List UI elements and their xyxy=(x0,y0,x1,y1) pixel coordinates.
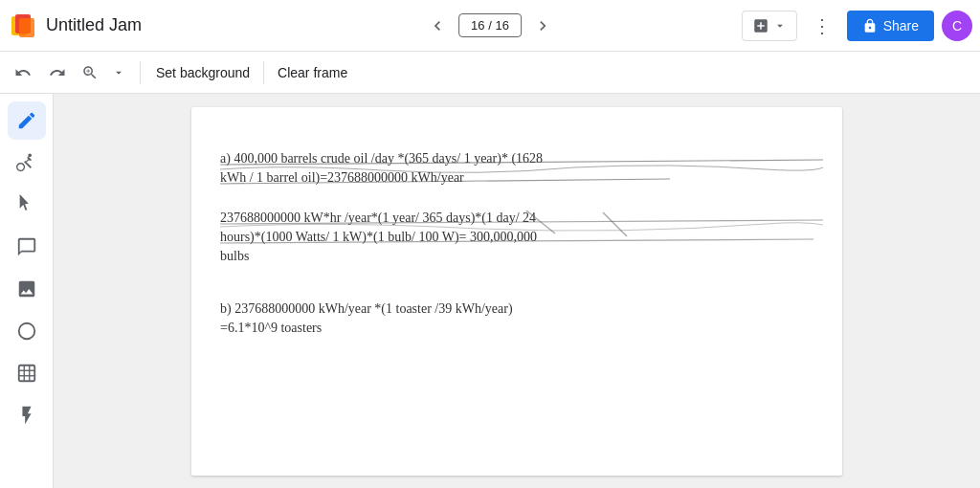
frame-tool-button[interactable] xyxy=(8,354,46,392)
separator-2 xyxy=(263,61,264,84)
comment-tool-button[interactable] xyxy=(8,228,46,266)
separator-1 xyxy=(140,61,141,84)
svg-text:kWh / 1 barrel oil)=2376880000: kWh / 1 barrel oil)=237688000000 kWh/yea… xyxy=(220,170,464,186)
page-indicator[interactable]: 16 / 16 xyxy=(458,13,522,37)
share-button[interactable]: Share xyxy=(847,11,934,41)
svg-line-12 xyxy=(220,179,670,184)
zoom-group xyxy=(77,59,132,86)
svg-text:237688000000 kW*hr /year*(1 ye: 237688000000 kW*hr /year*(1 year/ 365 da… xyxy=(220,211,536,226)
next-page-button[interactable] xyxy=(525,9,560,43)
svg-line-19 xyxy=(603,212,627,236)
canvas-area[interactable]: a) 400,000 barrels crude oil /day *(365 … xyxy=(54,94,980,488)
svg-text:a) 400,000 barrels crude oil /: a) 400,000 barrels crude oil /day *(365 … xyxy=(220,151,543,166)
svg-point-3 xyxy=(18,323,34,340)
image-tool-button[interactable] xyxy=(8,270,46,308)
svg-line-16 xyxy=(220,220,823,224)
set-background-button[interactable]: Set background xyxy=(148,61,257,84)
svg-line-11 xyxy=(220,160,823,165)
prev-page-button[interactable] xyxy=(420,9,455,43)
header-right: ⋮ Share C xyxy=(742,9,972,43)
app-title: Untitled Jam xyxy=(46,15,142,35)
toolbar: Set background Clear frame xyxy=(0,52,980,94)
highlighter-tool-button[interactable] xyxy=(8,144,46,182)
svg-text:b) 237688000000 kWh/year *(1 t: b) 237688000000 kWh/year *(1 toaster /39… xyxy=(220,301,513,317)
zoom-dropdown-button[interactable] xyxy=(105,59,132,86)
pen-tool-button[interactable] xyxy=(8,101,46,140)
left-sidebar xyxy=(0,94,54,488)
svg-text:=6.1*10^9 toasters: =6.1*10^9 toasters xyxy=(220,321,322,335)
clear-frame-button[interactable]: Clear frame xyxy=(270,61,355,84)
app-logo xyxy=(8,11,38,41)
share-label: Share xyxy=(883,18,919,33)
select-tool-button[interactable] xyxy=(8,186,46,224)
more-options-button[interactable]: ⋮ xyxy=(805,9,839,43)
svg-line-17 xyxy=(220,239,813,243)
svg-line-18 xyxy=(526,211,555,233)
undo-button[interactable] xyxy=(8,57,38,88)
insert-button[interactable] xyxy=(742,11,797,41)
avatar[interactable]: C xyxy=(942,11,972,41)
connector-tool-button[interactable] xyxy=(8,396,46,434)
whiteboard-frame[interactable]: a) 400,000 barrels crude oil /day *(365 … xyxy=(191,107,842,476)
svg-text:hours)*(1000 Watts/ 1 kW)*(1 b: hours)*(1000 Watts/ 1 kW)*(1 bulb/ 100 W… xyxy=(220,230,537,245)
zoom-in-button[interactable] xyxy=(77,59,103,86)
svg-text:bulbs: bulbs xyxy=(220,249,249,263)
main-layout: a) 400,000 barrels crude oil /day *(365 … xyxy=(0,94,980,488)
shape-tool-button[interactable] xyxy=(8,312,46,350)
svg-rect-2 xyxy=(19,18,34,37)
redo-button[interactable] xyxy=(42,57,73,88)
app-header: Untitled Jam 16 / 16 ⋮ Share C xyxy=(0,0,980,52)
